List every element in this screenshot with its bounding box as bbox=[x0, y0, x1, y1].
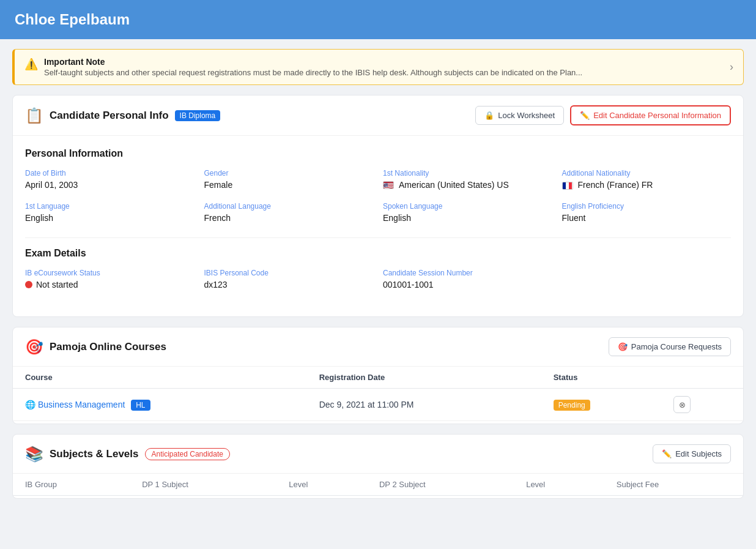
status-cell: Pending bbox=[541, 389, 662, 421]
lang1-label: 1st Language bbox=[25, 202, 195, 211]
pamoja-icon: 🎯 bbox=[25, 338, 43, 356]
gender-value: Female bbox=[204, 180, 374, 190]
subjects-header: 📚 Subjects & Levels Anticipated Candidat… bbox=[13, 435, 743, 474]
important-note-banner: ⚠️ Important Note Self-taught subjects a… bbox=[12, 49, 744, 85]
nationality1-field: 1st Nationality 🇺🇸 American (United Stat… bbox=[383, 169, 552, 190]
eng-prof-field: English Proficiency Fluent bbox=[562, 202, 732, 223]
dob-label: Date of Birth bbox=[25, 169, 195, 177]
candidate-info-icon: 📋 bbox=[25, 107, 43, 124]
col-action bbox=[661, 367, 743, 389]
spoken-lang-value: English bbox=[383, 213, 552, 223]
col-ib-group: IB Group bbox=[13, 474, 130, 496]
lang1-field: 1st Language English bbox=[25, 202, 195, 223]
candidate-info-body: Personal Information Date of Birth April… bbox=[13, 136, 743, 316]
pamoja-requests-button[interactable]: 🎯 Pamoja Course Requests bbox=[609, 337, 731, 356]
edit-candidate-info-button[interactable]: ✏️ Edit Candidate Personal Information bbox=[570, 105, 731, 125]
warning-icon: ⚠️ bbox=[24, 58, 38, 71]
fr-flag-icon bbox=[562, 180, 574, 190]
candidate-info-header: 📋 Candidate Personal Info IB Diploma 🔒 L… bbox=[13, 95, 743, 136]
anticipated-candidate-badge: Anticipated Candidate bbox=[145, 448, 230, 460]
remove-icon: ⊗ bbox=[679, 400, 686, 409]
candidate-info-title: Candidate Personal Info bbox=[50, 110, 169, 122]
lang2-value: French bbox=[204, 213, 374, 223]
lang2-field: Additional Language French bbox=[204, 202, 374, 223]
col-reg-date: Registration Date bbox=[307, 367, 541, 389]
subjects-table-head: IB Group DP 1 Subject Level DP 2 Subject… bbox=[13, 474, 743, 496]
page-content: ⚠️ Important Note Self-taught subjects a… bbox=[0, 39, 756, 509]
course-level-badge: HL bbox=[131, 400, 150, 411]
eng-prof-label: English Proficiency bbox=[562, 202, 732, 211]
important-note-left: ⚠️ Important Note Self-taught subjects a… bbox=[24, 57, 582, 77]
ibis-code-field: IBIS Personal Code dx123 bbox=[204, 269, 374, 289]
edit-icon: ✏️ bbox=[580, 111, 590, 120]
spoken-lang-field: Spoken Language English bbox=[383, 202, 552, 223]
globe-icon: 🌐 bbox=[25, 400, 35, 409]
pamoja-requests-icon: 🎯 bbox=[618, 342, 628, 351]
nationality2-value: French (France) FR bbox=[562, 180, 732, 190]
edit-subjects-label: Edit Subjects bbox=[675, 449, 722, 458]
personal-info-title: Personal Information bbox=[25, 148, 731, 159]
ecoursework-field: IB eCoursework Status Not started bbox=[25, 269, 195, 289]
remove-course-button[interactable]: ⊗ bbox=[673, 396, 691, 413]
pamoja-requests-label: Pamoja Course Requests bbox=[631, 342, 722, 351]
page-header: Chloe Epelbaum bbox=[0, 0, 756, 39]
col-dp1-level: Level bbox=[276, 474, 367, 496]
ecoursework-value: Not started bbox=[25, 280, 195, 289]
exam-title: Exam Details bbox=[25, 248, 731, 259]
pamoja-title: Pamoja Online Courses bbox=[50, 341, 166, 353]
gender-field: Gender Female bbox=[204, 169, 374, 190]
nationality1-label: 1st Nationality bbox=[383, 169, 552, 177]
important-note-body: Self-taught subjects and other special r… bbox=[44, 68, 582, 77]
subjects-header-left: 📚 Subjects & Levels Anticipated Candidat… bbox=[25, 446, 230, 463]
lock-worksheet-label: Lock Worksheet bbox=[498, 111, 555, 120]
session-num-field: Candidate Session Number 001001-1001 bbox=[383, 269, 552, 289]
col-dp1-subject: DP 1 Subject bbox=[130, 474, 276, 496]
edit-candidate-info-label: Edit Candidate Personal Information bbox=[593, 111, 721, 120]
important-note-text: Important Note Self-taught subjects and … bbox=[44, 57, 582, 77]
lock-icon: 🔒 bbox=[484, 111, 494, 120]
candidate-info-card: 📋 Candidate Personal Info IB Diploma 🔒 L… bbox=[12, 95, 744, 317]
session-num-value: 001001-1001 bbox=[383, 280, 552, 289]
pamoja-table-body: 🌐 Business Management HL Dec 9, 2021 at … bbox=[13, 389, 743, 421]
edit-subjects-icon: ✏️ bbox=[662, 449, 672, 458]
expand-icon[interactable]: › bbox=[730, 61, 733, 73]
remove-cell: ⊗ bbox=[661, 389, 743, 421]
dob-field: Date of Birth April 01, 2003 bbox=[25, 169, 195, 190]
pamoja-table: Course Registration Date Status 🌐 Busine… bbox=[13, 367, 743, 421]
not-started-icon bbox=[25, 281, 32, 288]
eng-prof-value: Fluent bbox=[562, 213, 732, 223]
edit-subjects-button[interactable]: ✏️ Edit Subjects bbox=[653, 444, 731, 463]
subjects-card: 📚 Subjects & Levels Anticipated Candidat… bbox=[12, 434, 744, 499]
spoken-lang-label: Spoken Language bbox=[383, 202, 552, 211]
col-dp2-subject: DP 2 Subject bbox=[367, 474, 514, 496]
subjects-header-row: IB Group DP 1 Subject Level DP 2 Subject… bbox=[13, 474, 743, 496]
pamoja-table-head: Course Registration Date Status bbox=[13, 367, 743, 389]
nationality2-field: Additional Nationality French (France) F… bbox=[562, 169, 732, 190]
pamoja-header: 🎯 Pamoja Online Courses 🎯 Pamoja Course … bbox=[13, 327, 743, 367]
candidate-name: Chloe Epelbaum bbox=[15, 11, 741, 28]
subjects-icon: 📚 bbox=[25, 446, 43, 463]
candidate-info-header-left: 📋 Candidate Personal Info IB Diploma bbox=[25, 107, 220, 124]
table-row: 🌐 Business Management HL Dec 9, 2021 at … bbox=[13, 389, 743, 421]
important-note-title: Important Note bbox=[44, 57, 582, 67]
col-status: Status bbox=[541, 367, 662, 389]
col-subject-fee: Subject Fee bbox=[604, 474, 743, 496]
nationality2-label: Additional Nationality bbox=[562, 169, 732, 177]
session-num-label: Candidate Session Number bbox=[383, 269, 552, 277]
subjects-header-right: ✏️ Edit Subjects bbox=[653, 444, 731, 463]
lang1-value: English bbox=[25, 213, 195, 223]
exam-info-grid: IB eCoursework Status Not started IBIS P… bbox=[25, 269, 731, 289]
course-cell: 🌐 Business Management HL bbox=[13, 389, 307, 421]
lang2-label: Additional Language bbox=[204, 202, 374, 211]
ecoursework-label: IB eCoursework Status bbox=[25, 269, 195, 277]
subjects-title: Subjects & Levels bbox=[50, 448, 139, 460]
gender-label: Gender bbox=[204, 169, 374, 177]
pamoja-table-wrapper: Course Registration Date Status 🌐 Busine… bbox=[13, 367, 743, 424]
pamoja-header-left: 🎯 Pamoja Online Courses bbox=[25, 338, 166, 356]
lock-worksheet-button[interactable]: 🔒 Lock Worksheet bbox=[475, 106, 564, 125]
subjects-table: IB Group DP 1 Subject Level DP 2 Subject… bbox=[13, 474, 743, 496]
ibis-code-label: IBIS Personal Code bbox=[204, 269, 374, 277]
dob-value: April 01, 2003 bbox=[25, 180, 195, 190]
col-course: Course bbox=[13, 367, 307, 389]
course-link[interactable]: Business Management bbox=[38, 400, 125, 409]
